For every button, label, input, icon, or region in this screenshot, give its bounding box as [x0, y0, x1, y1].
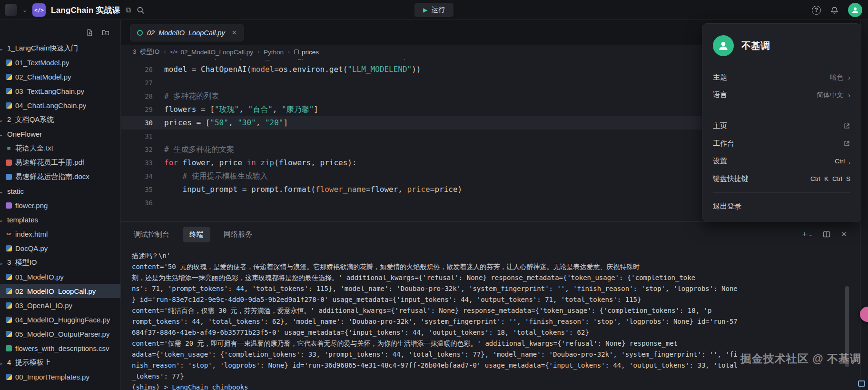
- shortcut-key: Ctrl: [810, 175, 820, 182]
- search-icon[interactable]: [136, 6, 145, 14]
- tree-item-label: DocQA.py: [15, 244, 48, 252]
- tree-item-file[interactable]: DocQA.py: [0, 241, 120, 255]
- tree-item-file[interactable]: 02_ChatModel.py: [0, 70, 120, 84]
- tree-item-label: 02_ChatModel.py: [15, 73, 71, 81]
- menu-item-logout[interactable]: 退出登录: [713, 198, 850, 215]
- terminal-line: (shims) > LangChain_chinbooks: [132, 382, 849, 390]
- notifications-bell-icon[interactable]: [830, 6, 839, 15]
- terminal-output[interactable]: 描述吗？\n'content='50 元的玫瑰，是爱的使者，传递着深情与浪漫。它…: [121, 247, 849, 390]
- tree-item-label: 易速鲜花运营指南.docx: [15, 172, 89, 181]
- tree-item-file[interactable]: 易速鲜花员工手册.pdf: [0, 155, 120, 170]
- play-icon: ▶: [423, 7, 427, 13]
- panel-actions: +⌄ ✕: [802, 222, 847, 247]
- new-folder-icon[interactable]: [101, 29, 110, 37]
- shortcut-key: Ctrl: [835, 158, 845, 165]
- tree-item-file[interactable]: 01_TextModel.py: [0, 55, 120, 70]
- terminal-line: } id='run-83e7c1d2-9e9c-4dd0-9da5-9b2ed9…: [132, 294, 849, 305]
- code-text: # 多种花的列表: [153, 90, 219, 103]
- run-button[interactable]: ▶ 运行: [414, 3, 454, 17]
- breadcrumb-separator: ›: [164, 49, 166, 55]
- terminal-line: 684f37-8846-41eb-af49-6b35771b23f5-0' us…: [132, 327, 849, 338]
- tree-item-file[interactable]: 01_ModelIO.py: [0, 270, 120, 284]
- shortcut-key: S: [846, 175, 850, 182]
- account-menu: 不基调 主题 暗色› 语言 简体中文› 主页 工作台 设置 Ctrl, 键盘快捷…: [702, 23, 861, 221]
- code-token: "百合": [248, 105, 273, 114]
- code-token: [164, 171, 183, 180]
- code-token: =: [192, 65, 201, 74]
- tree-item-file[interactable]: 04_ModelIO_HuggingFace.py: [0, 312, 120, 327]
- menu-item-theme[interactable]: 主题 暗色›: [713, 69, 850, 86]
- new-file-icon[interactable]: [86, 29, 94, 37]
- workspace-avatar[interactable]: [5, 4, 17, 16]
- tree-item-file[interactable]: 04_ChatLangChain.py: [0, 98, 120, 112]
- menu-item-label: 退出登录: [713, 202, 741, 211]
- tree-item-folder[interactable]: ⌄3_模型IO: [0, 255, 120, 270]
- tree-item-file[interactable]: 00_ImportTemplates.py: [0, 370, 120, 384]
- tree-item-label: 01_TextModel.py: [15, 59, 69, 67]
- new-terminal-button[interactable]: +⌄: [802, 230, 813, 240]
- chevron-down-icon[interactable]: ⌄: [22, 7, 27, 13]
- editor-tab[interactable]: 02_ModelIO_LoopCall.py ✕: [130, 24, 244, 41]
- breadcrumb-label: 3_模型IO: [133, 48, 159, 56]
- terminal-line: 刻，还是为生活增添一抹亮丽的色彩，这束玫瑰都将是您的最佳选择。' additio…: [132, 272, 849, 283]
- code-token: "20": [265, 118, 284, 127]
- txt-file-icon: ≡: [6, 145, 12, 151]
- shortcut-key: K: [824, 175, 829, 182]
- tree-item-folder[interactable]: ⌄templates: [0, 212, 120, 227]
- tree-item-file[interactable]: ≡花语大全.txt: [0, 141, 120, 155]
- py-file-icon: [6, 60, 12, 66]
- tree-item-folder[interactable]: ⌄2_文档QA系统: [0, 112, 120, 127]
- tree-item-file[interactable]: 易速鲜花运营指南.docx: [0, 170, 120, 184]
- menu-item-language[interactable]: 语言 简体中文›: [713, 86, 850, 104]
- code-token: [256, 158, 261, 167]
- tree-item-file[interactable]: flowers_with_descriptions.csv: [0, 341, 120, 355]
- menu-item-settings[interactable]: 设置 Ctrl,: [713, 152, 850, 170]
- breadcrumb-item[interactable]: Python: [264, 49, 284, 56]
- line-number: 31: [121, 130, 153, 143]
- tree-item-file[interactable]: 03_OpenAI_IO.py: [0, 298, 120, 312]
- tree-item-folder[interactable]: ⌄OneFlower: [0, 127, 120, 141]
- panel-toggle-icon[interactable]: [858, 380, 865, 387]
- tree-item-file[interactable]: 03_TextLangChain.py: [0, 84, 120, 98]
- tree-item-folder[interactable]: ⌄4_提示模板上: [0, 355, 120, 370]
- project-switcher-icon[interactable]: ⧉: [126, 6, 131, 14]
- tree-item-file[interactable]: flower.png: [0, 198, 120, 212]
- split-panel-icon[interactable]: [823, 230, 830, 238]
- shortcut-key: ,: [848, 158, 850, 165]
- tree-item-folder[interactable]: ⌄1_LangChain快速入门: [0, 41, 120, 55]
- user-avatar[interactable]: [848, 3, 862, 17]
- tree-item-file[interactable]: 05_ModelIO_OutputParser.py: [0, 327, 120, 341]
- code-text: flowers = ["玫瑰", "百合", "康乃馨"]: [153, 103, 318, 116]
- help-icon[interactable]: ?: [812, 6, 821, 15]
- tree-item-folder[interactable]: ⌄static: [0, 184, 120, 198]
- close-panel-icon[interactable]: ✕: [841, 230, 847, 239]
- menu-item-keyboard-shortcuts[interactable]: 键盘快捷键 CtrlKCtrlS: [713, 170, 850, 188]
- line-number: 34: [121, 170, 153, 183]
- tree-item-file[interactable]: 02_ModelIO_LoopCall.py: [0, 284, 120, 298]
- py-file-icon: [6, 317, 12, 323]
- tree-item-label: static: [7, 187, 24, 195]
- menu-item-home[interactable]: 主页: [713, 117, 850, 135]
- panel-tab[interactable]: 终端: [183, 227, 210, 242]
- panel-tab[interactable]: 网络服务: [217, 227, 259, 242]
- code-text: # 生成多种花的文案: [153, 143, 234, 156]
- sidebar-actions: [86, 29, 110, 37]
- menu-item-workbench[interactable]: 工作台: [713, 135, 850, 152]
- external-link-icon: [843, 140, 850, 147]
- code-token: price: [407, 185, 430, 194]
- breadcrumb-item[interactable]: 3_模型IO: [133, 48, 159, 56]
- tab-close-icon[interactable]: ✕: [232, 29, 237, 36]
- breadcrumb-item[interactable]: prices: [294, 49, 319, 56]
- line-number: 32: [121, 143, 153, 156]
- csv-file-icon: [6, 345, 12, 351]
- code-token: ,: [228, 118, 237, 127]
- tree-item-file[interactable]: <>index.html: [0, 227, 120, 241]
- tree-item-label: 1_LangChain快速入门: [7, 44, 78, 53]
- code-token: ,: [273, 105, 282, 114]
- panel-tab[interactable]: 调试控制台: [127, 227, 176, 242]
- code-text: model = ChatOpenAI(model=os.environ.get(…: [153, 63, 421, 76]
- line-number: 29: [121, 103, 153, 116]
- person-icon: [851, 6, 859, 14]
- code-token: price): [434, 185, 462, 194]
- breadcrumb-item[interactable]: </>02_ModelIO_LoopCall.py: [170, 49, 253, 56]
